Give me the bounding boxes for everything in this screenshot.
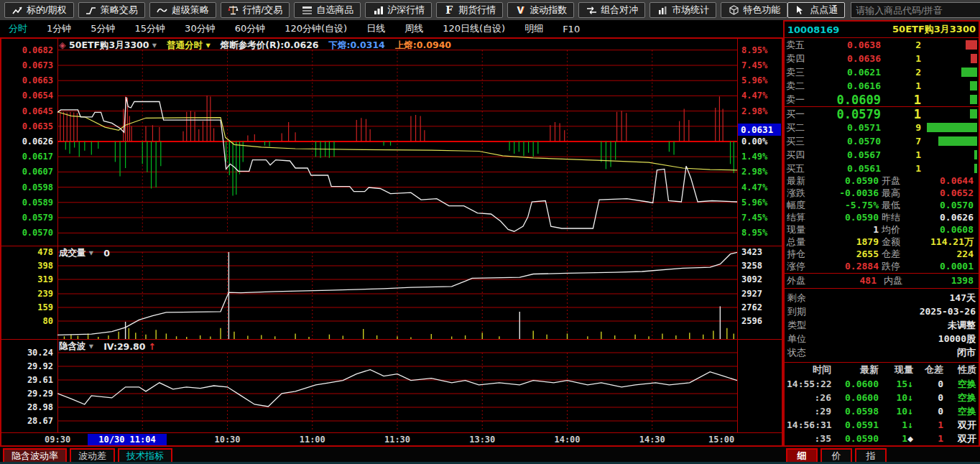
tick-nature: 双开 xyxy=(943,419,976,432)
stat-value: 0.0570 xyxy=(913,200,976,210)
tick-price: 0.0600 xyxy=(831,392,879,403)
period-tab-日线[interactable]: 日线 xyxy=(366,22,385,35)
indicator-tab-波动差[interactable]: 波动差 xyxy=(70,448,115,463)
toolbar-buttons: 标的/期权策略交易超级策略行情/交易自选商品沪深行情F期货行情V波动指数组合对冲… xyxy=(0,2,787,18)
info-label: 剩余 xyxy=(787,292,806,305)
info-row: 单位10000股 xyxy=(785,332,979,345)
tick-view-tab-细[interactable]: 细 xyxy=(786,448,818,463)
period-tab-F10[interactable]: F10 xyxy=(563,24,580,34)
order-book-bar-wrap xyxy=(921,123,977,132)
stat-value: 0.0608 xyxy=(913,224,976,235)
iv-chart-plot[interactable] xyxy=(57,340,737,432)
tick-view-tab-价[interactable]: 价 xyxy=(820,448,852,463)
volume-chart-plot[interactable] xyxy=(57,246,737,339)
toolbar-button-沪深行情[interactable]: 沪深行情 xyxy=(365,2,432,18)
tick-row[interactable]: :350.05901◆1双开 xyxy=(785,432,979,445)
options-trading-terminal: 标的/期权策略交易超级策略行情/交易自选商品沪深行情F期货行情V波动指数组合对冲… xyxy=(0,0,980,464)
period-tab-周线[interactable]: 周线 xyxy=(405,22,423,35)
period-tab-120日线(自设)[interactable]: 120日线(自设) xyxy=(443,22,505,35)
tick-price: 0.0600 xyxy=(831,379,879,389)
symbol-selector[interactable]: ◈ 50ETF购3月3300 ▾ xyxy=(59,40,157,52)
toolbar-button-超级策略[interactable]: 超级策略 xyxy=(149,2,216,18)
time-label: 14:00 xyxy=(554,435,580,445)
toolbar-button-波动指数[interactable]: V波动指数 xyxy=(507,2,574,18)
volume-chart-svg xyxy=(57,246,737,340)
quote-panel: 10008169 50ETF购3月3300 卖五0.06382卖四0.06361… xyxy=(783,20,980,447)
period-tab-1分钟[interactable]: 1分钟 xyxy=(47,22,71,35)
pct-axis-label: 0.00% xyxy=(741,136,767,147)
order-book-row-买三[interactable]: 买三0.05707 xyxy=(785,134,979,148)
period-tab-5分钟[interactable]: 5分钟 xyxy=(91,22,115,35)
order-book-bar-wrap xyxy=(921,136,977,146)
tick-view-tab-指[interactable]: 指 xyxy=(855,448,887,463)
toolbar-button-行情/交易[interactable]: 行情/交易 xyxy=(221,2,290,18)
order-book-level-label: 买三 xyxy=(786,135,812,148)
price-axis-label: 0.0682 xyxy=(22,45,53,56)
order-book-row-卖二[interactable]: 卖二0.06161 xyxy=(785,79,979,93)
order-book-row-卖五[interactable]: 卖五0.06382 xyxy=(785,38,979,52)
price-chart-plot[interactable] xyxy=(57,39,737,246)
tick-row[interactable]: :260.060010↓0空换 xyxy=(785,391,979,404)
iv-axis-label: 28.67 xyxy=(27,415,53,427)
toolbar-button-自选商品[interactable]: 自选商品 xyxy=(294,2,361,18)
diandiantong-button[interactable]: 点点通 xyxy=(787,2,845,18)
order-book-bar-wrap xyxy=(921,40,977,50)
price-axis-label: 0.0598 xyxy=(22,182,53,193)
stat-value: 0.0590 xyxy=(818,175,882,186)
tick-row[interactable]: :290.059810↓0空换 xyxy=(785,404,979,418)
pct-axis-label: 5.96% xyxy=(741,75,767,86)
chart-mode-selector[interactable]: 普通分时 ▾ xyxy=(167,40,211,52)
stat-label: 涨停 xyxy=(787,260,818,273)
toolbar-button-标的/期权[interactable]: 标的/期权 xyxy=(4,2,74,18)
order-book-row-卖四[interactable]: 卖四0.06361 xyxy=(785,52,979,65)
tick-table: 时间最新现量仓差性质14:55:220.060015↓0空换:260.06001… xyxy=(785,362,979,445)
outer-volume-value: 481 xyxy=(818,275,879,286)
inner-volume-label: 内盘 xyxy=(879,274,915,287)
order-book-row-买五[interactable]: 买五0.05611 xyxy=(785,162,979,175)
iv-axis-label: 29.61 xyxy=(27,374,53,386)
price-axis-label: 0.0645 xyxy=(22,106,53,117)
volume-indicator-selector[interactable]: 成交量 ▾ xyxy=(59,247,93,259)
iv-axis-label: 29.92 xyxy=(27,361,53,372)
tick-row[interactable]: 14:55:220.060015↓0空换 xyxy=(785,377,979,391)
stat-value: 224 xyxy=(913,249,976,259)
iv-indicator-selector[interactable]: 隐含波 ▾ xyxy=(59,340,93,353)
toolbar-button-特色功能[interactable]: 特色功能 xyxy=(721,2,787,18)
indicator-tab-技术指标[interactable]: 技术指标 xyxy=(118,448,172,463)
period-tab-120分钟(自设)[interactable]: 120分钟(自设) xyxy=(285,22,347,35)
price-axis-label: 0.0626 xyxy=(22,136,53,147)
depth-bar xyxy=(974,150,977,159)
pct-axis-label: 2.98% xyxy=(741,106,767,117)
iv-right-gutter xyxy=(737,340,782,432)
period-tab-分时[interactable]: 分时 xyxy=(9,22,27,35)
toolbar-button-期货行情[interactable]: F期货行情 xyxy=(436,2,503,18)
order-book-bar-wrap xyxy=(921,54,977,63)
order-book-row-卖三[interactable]: 卖三0.06212 xyxy=(785,65,979,79)
open-interest-axis-label: 2927 xyxy=(741,288,762,300)
symbol-search-input[interactable] xyxy=(851,2,980,18)
period-tab-60分钟[interactable]: 60分钟 xyxy=(235,22,266,35)
pct-axis-label: 4.47% xyxy=(741,182,767,193)
stat-label: 持仓 xyxy=(787,248,818,261)
indicator-tab-隐含波动率[interactable]: 隐含波动率 xyxy=(3,448,67,463)
stat-value: 0.0652 xyxy=(913,187,976,198)
toolbar-button-策略交易[interactable]: 策略交易 xyxy=(78,2,145,18)
period-tab-明细[interactable]: 明细 xyxy=(524,22,543,35)
volume-left-axis: 47839831923915980 xyxy=(1,246,58,339)
order-book-bar-wrap xyxy=(921,95,977,104)
period-tab-30分钟[interactable]: 30分钟 xyxy=(185,22,216,35)
tick-row[interactable]: 14:56:310.05911↓1双开 xyxy=(785,418,979,432)
info-row: 剩余147天 xyxy=(785,291,979,305)
depth-bar xyxy=(961,68,977,77)
open-interest-axis-label: 3258 xyxy=(741,260,762,272)
period-tab-15分钟[interactable]: 15分钟 xyxy=(135,22,166,35)
bars-icon xyxy=(372,5,384,15)
toolbar-button-市场统计[interactable]: 市场统计 xyxy=(650,2,716,18)
order-book-row-买四[interactable]: 买四0.05671 xyxy=(785,148,979,162)
order-book-row-买一[interactable]: 买一0.05791 xyxy=(785,106,979,121)
order-book-row-买二[interactable]: 买二0.05719 xyxy=(785,121,979,134)
order-book-row-卖一[interactable]: 卖一0.06091 xyxy=(785,93,979,106)
toolbar-button-组合对冲[interactable]: 组合对冲 xyxy=(578,2,645,18)
contract-name: 50ETF购3月3300 xyxy=(892,23,976,36)
diamond-icon: ◆ xyxy=(907,433,913,444)
